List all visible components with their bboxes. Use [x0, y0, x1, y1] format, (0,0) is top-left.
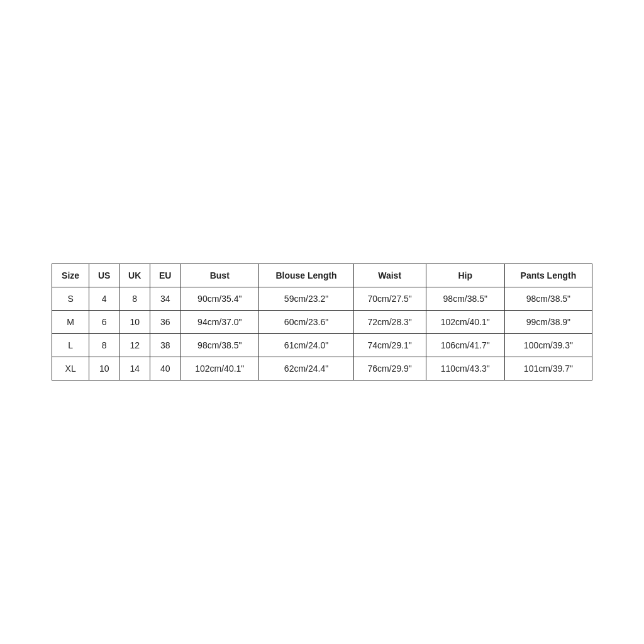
- table-row: XL101440102cm/40.1"62cm/24.4"76cm/29.9"1…: [52, 357, 592, 380]
- cell-hip: 102cm/40.1": [426, 311, 504, 334]
- cell-blouse_length: 60cm/23.6": [259, 311, 353, 334]
- header-blouse-length: Blouse Length: [259, 264, 353, 287]
- cell-waist: 76cm/29.9": [353, 357, 426, 380]
- cell-bust: 94cm/37.0": [180, 311, 259, 334]
- size-chart-container: Size US UK EU Bust Blouse Length Waist H…: [52, 264, 592, 380]
- cell-bust: 102cm/40.1": [180, 357, 259, 380]
- cell-hip: 98cm/38.5": [426, 287, 504, 311]
- cell-uk: 12: [119, 334, 150, 357]
- cell-pants_length: 98cm/38.5": [504, 287, 592, 311]
- cell-bust: 98cm/38.5": [180, 334, 259, 357]
- table-row: M6103694cm/37.0"60cm/23.6"72cm/28.3"102c…: [52, 311, 592, 334]
- cell-eu: 34: [150, 287, 180, 311]
- cell-uk: 10: [119, 311, 150, 334]
- cell-us: 6: [89, 311, 119, 334]
- cell-hip: 106cm/41.7": [426, 334, 504, 357]
- cell-bust: 90cm/35.4": [180, 287, 259, 311]
- cell-us: 8: [89, 334, 119, 357]
- cell-blouse_length: 59cm/23.2": [259, 287, 353, 311]
- cell-waist: 74cm/29.1": [353, 334, 426, 357]
- cell-size: L: [52, 334, 89, 357]
- cell-hip: 110cm/43.3": [426, 357, 504, 380]
- cell-pants_length: 99cm/38.9": [504, 311, 592, 334]
- cell-pants_length: 100cm/39.3": [504, 334, 592, 357]
- table-row: L8123898cm/38.5"61cm/24.0"74cm/29.1"106c…: [52, 334, 592, 357]
- cell-us: 10: [89, 357, 119, 380]
- cell-uk: 8: [119, 287, 150, 311]
- cell-size: S: [52, 287, 89, 311]
- header-size: Size: [52, 264, 89, 287]
- cell-waist: 72cm/28.3": [353, 311, 426, 334]
- cell-blouse_length: 61cm/24.0": [259, 334, 353, 357]
- cell-size: M: [52, 311, 89, 334]
- cell-eu: 38: [150, 334, 180, 357]
- table-header-row: Size US UK EU Bust Blouse Length Waist H…: [52, 264, 592, 287]
- header-pants-length: Pants Length: [504, 264, 592, 287]
- header-waist: Waist: [353, 264, 426, 287]
- cell-eu: 40: [150, 357, 180, 380]
- header-uk: UK: [119, 264, 150, 287]
- cell-uk: 14: [119, 357, 150, 380]
- cell-waist: 70cm/27.5": [353, 287, 426, 311]
- cell-us: 4: [89, 287, 119, 311]
- size-chart-table: Size US UK EU Bust Blouse Length Waist H…: [52, 264, 592, 380]
- cell-size: XL: [52, 357, 89, 380]
- cell-blouse_length: 62cm/24.4": [259, 357, 353, 380]
- cell-pants_length: 101cm/39.7": [504, 357, 592, 380]
- table-row: S483490cm/35.4"59cm/23.2"70cm/27.5"98cm/…: [52, 287, 592, 311]
- cell-eu: 36: [150, 311, 180, 334]
- header-eu: EU: [150, 264, 180, 287]
- header-hip: Hip: [426, 264, 504, 287]
- header-bust: Bust: [180, 264, 259, 287]
- header-us: US: [89, 264, 119, 287]
